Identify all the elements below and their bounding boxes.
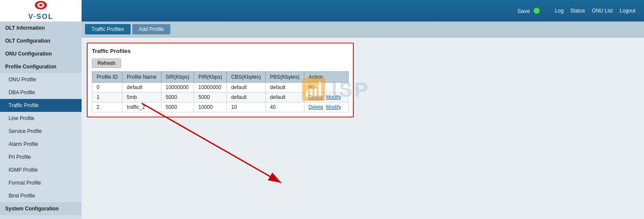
table-cell: default: [265, 93, 304, 102]
col-pir: PIR(Kbps): [194, 72, 227, 83]
table-cell: default: [227, 83, 265, 93]
logo-area: V·SOL: [0, 0, 82, 22]
table-cell: 5000: [161, 102, 194, 112]
table-cell: 0: [92, 83, 122, 93]
svg-point-2: [39, 4, 43, 6]
table-cell: 5mb: [122, 93, 161, 102]
nav-logout[interactable]: Logout: [620, 8, 635, 14]
table-cell: 5000: [161, 93, 194, 102]
table-cell: default: [122, 83, 161, 93]
header-save-area: Save: [517, 8, 540, 14]
modify-link[interactable]: Modify: [326, 104, 341, 110]
layout: OLT Information OLT Configuration ONU Co…: [0, 22, 644, 219]
table-cell: 10000: [194, 102, 227, 112]
table-cell: traffic_2: [122, 102, 161, 112]
main-content: Traffic Profiles Add Profile Traffic Pro…: [82, 22, 644, 219]
vsol-logo-icon: [33, 1, 49, 13]
table-action-cell: DeleteModify: [304, 102, 348, 112]
sidebar-system-configuration[interactable]: System Configuration: [0, 202, 82, 215]
nav-status[interactable]: Status: [571, 8, 585, 14]
col-pbs: PBS(Kbytes): [265, 72, 304, 83]
table-cell: default: [227, 93, 265, 102]
table-cell: default: [265, 83, 304, 93]
sidebar: OLT Information OLT Configuration ONU Co…: [0, 22, 82, 219]
sidebar-bind-profile[interactable]: Bind Profile: [0, 189, 82, 202]
col-sir: SIR(Kbps): [161, 72, 194, 83]
nav-log[interactable]: Log: [555, 8, 564, 14]
delete-link[interactable]: Delete: [309, 104, 324, 110]
sidebar-dba-profile[interactable]: DBA Profile: [0, 86, 82, 99]
table-cell: 10000000: [194, 83, 227, 93]
wifi-icon: 📶: [301, 77, 328, 102]
save-label: Save: [517, 8, 530, 14]
col-profile-name: Profile Name: [122, 72, 161, 83]
table-cell: 40: [265, 102, 304, 112]
refresh-button[interactable]: Refresh: [92, 59, 121, 68]
table-cell: 2: [92, 102, 122, 112]
isp-watermark: 📶 ISP: [301, 77, 370, 102]
tab-add-profile[interactable]: Add Profile: [132, 24, 170, 34]
table-cell: 10000000: [161, 83, 194, 93]
nav-onu-list[interactable]: ONU List: [592, 8, 613, 14]
tab-bar: Traffic Profiles Add Profile: [82, 22, 644, 37]
sidebar-line-profile[interactable]: Line Profile: [0, 112, 82, 125]
table-cell: 1: [92, 93, 122, 102]
col-profile-id: Profile ID: [92, 72, 122, 83]
sidebar-traffic-profile[interactable]: Traffic Profile: [0, 99, 82, 112]
sidebar-pri-profile[interactable]: Pri Profile: [0, 151, 82, 163]
sidebar-onu-profile[interactable]: ONU Profile: [0, 73, 82, 86]
sidebar-olt-configuration[interactable]: OLT Configuration: [0, 34, 82, 47]
sidebar-alarm-profile[interactable]: Alarm Profile: [0, 138, 82, 151]
table-cell: 10: [227, 102, 265, 112]
logo: V·SOL: [28, 1, 53, 21]
status-indicator: [534, 8, 540, 14]
sidebar-format-profile[interactable]: Format Profile: [0, 176, 82, 189]
isp-text: ISP: [331, 78, 370, 102]
sidebar-profile-configuration[interactable]: Profile Configuration: [0, 60, 82, 73]
header: Save Log Status ONU List Logout: [0, 0, 644, 22]
tab-traffic-profiles[interactable]: Traffic Profiles: [85, 24, 131, 34]
header-nav: Log Status ONU List Logout: [555, 8, 635, 14]
sidebar-onu-configuration[interactable]: ONU Configuration: [0, 47, 82, 60]
table-cell: 5000: [194, 93, 227, 102]
sidebar-olt-information[interactable]: OLT Information: [0, 22, 82, 34]
sidebar-service-profile[interactable]: Service Profile: [0, 125, 82, 138]
panel-title: Traffic Profiles: [92, 48, 349, 54]
sidebar-igmp-profile[interactable]: IGMP Profile: [0, 163, 82, 176]
table-row: 2traffic_25000100001040DeleteModify: [92, 102, 349, 112]
col-cbs: CBS(Kbytes): [227, 72, 265, 83]
logo-brand-text: V·SOL: [28, 13, 53, 21]
